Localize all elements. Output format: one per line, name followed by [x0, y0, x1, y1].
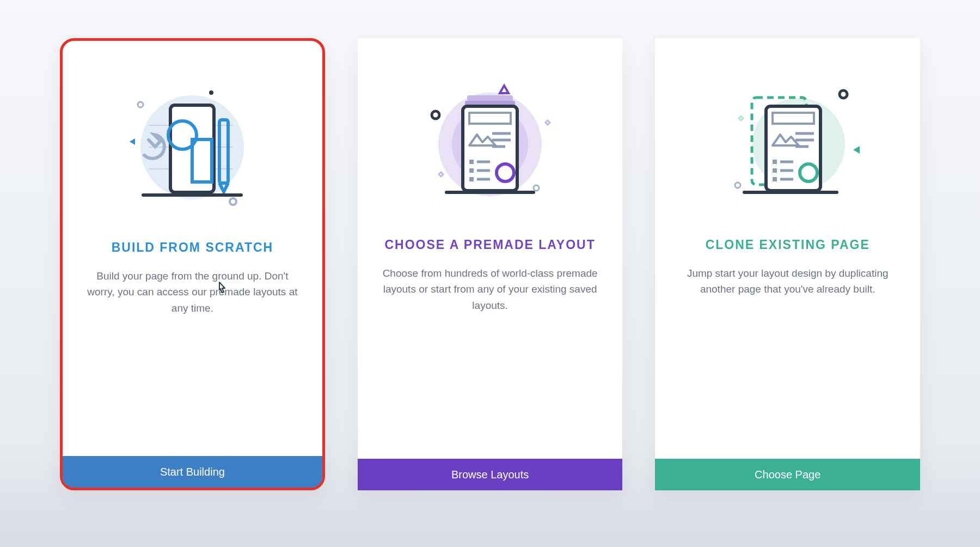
svg-point-49: [840, 90, 847, 98]
premade-illustration: [358, 71, 623, 212]
svg-point-13: [230, 198, 236, 205]
scratch-illustration: [63, 74, 322, 215]
build-from-scratch-card[interactable]: BUILD FROM SCRATCH Build your page from …: [60, 38, 325, 490]
svg-rect-17: [467, 95, 513, 101]
card-options-row: BUILD FROM SCRATCH Build your page from …: [0, 0, 980, 490]
svg-rect-26: [469, 168, 474, 173]
card-title: CLONE EXISTING PAGE: [706, 238, 870, 252]
choose-page-button[interactable]: Choose Page: [655, 459, 920, 490]
card-description: Jump start your layout design by duplica…: [655, 265, 920, 297]
clone-illustration: [655, 71, 920, 212]
svg-point-32: [432, 111, 439, 119]
card-title: CHOOSE A PREMADE LAYOUT: [385, 238, 596, 252]
card-description: Choose from hundreds of world-class prem…: [358, 265, 623, 313]
svg-rect-28: [469, 177, 474, 181]
browse-layouts-button[interactable]: Browse Layouts: [358, 459, 623, 490]
svg-point-33: [534, 185, 539, 191]
svg-point-14: [138, 102, 143, 107]
svg-rect-24: [469, 160, 474, 164]
svg-point-12: [209, 90, 213, 95]
card-description: Build your page from the ground up. Don'…: [63, 268, 322, 316]
svg-rect-41: [773, 160, 777, 164]
choose-premade-layout-card[interactable]: CHOOSE A PREMADE LAYOUT Choose from hund…: [358, 38, 623, 490]
card-title: BUILD FROM SCRATCH: [112, 240, 274, 255]
svg-rect-45: [773, 177, 777, 181]
svg-rect-43: [773, 168, 777, 173]
start-building-button[interactable]: Start Building: [63, 456, 322, 488]
svg-point-50: [735, 183, 740, 188]
clone-existing-page-card[interactable]: CLONE EXISTING PAGE Jump start your layo…: [655, 38, 920, 490]
